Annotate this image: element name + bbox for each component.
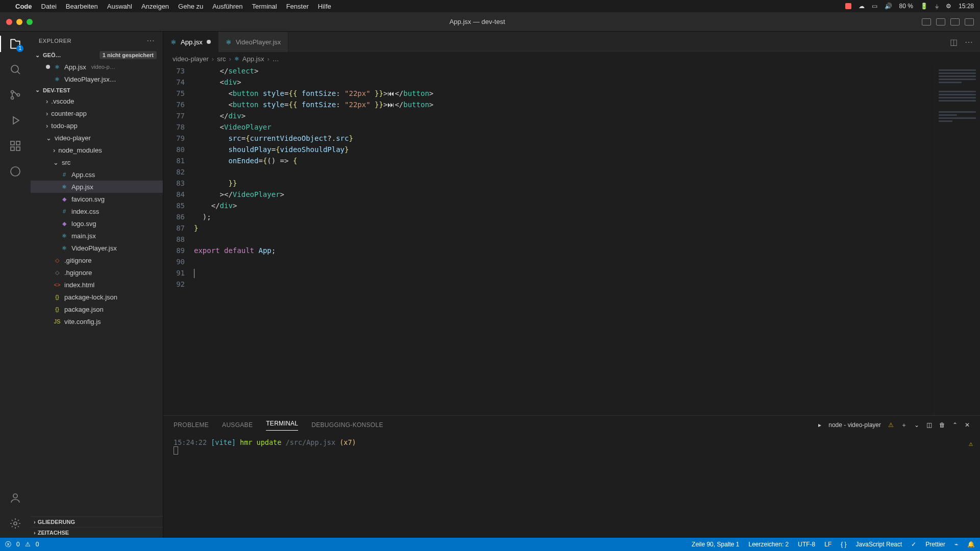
folder-vscode[interactable]: ›.vscode [31,95,163,107]
menubar-app[interactable]: Code [15,3,32,10]
folder-counter-app[interactable]: ›counter-app [31,107,163,119]
terminal[interactable]: 15:24:22 [vite] hmr update /src/App.jsx … [163,434,980,538]
activity-source-control-icon[interactable] [8,88,22,102]
window-zoom-button[interactable] [27,19,33,25]
warning-icon[interactable]: ⚠ [888,421,894,429]
terminal-process-icon[interactable]: ▸ [818,421,821,429]
workspace-header[interactable]: ⌄ DEV-TEST [31,85,163,95]
menubar-battery-icon[interactable]: 🔋 [920,3,928,10]
status-bell-icon[interactable]: 🔔 [967,541,975,548]
status-eol[interactable]: LF [824,541,831,548]
open-editor-item[interactable]: ⚛ App.jsx video-p… [31,61,163,73]
open-editor-item[interactable]: ⚛ VideoPlayer.jsx… [31,73,163,85]
menubar-cloud-icon[interactable]: ☁︎ [859,3,865,10]
file-item[interactable]: JSvite.config.js [31,315,163,328]
warning-icon[interactable]: ⚠ [969,439,973,447]
folder-video-player[interactable]: ⌄video-player [31,132,163,144]
code-content[interactable]: </select> <div> <button style={{ fontSiz… [194,65,934,415]
panel-maximize-icon[interactable]: ⌃ [952,421,958,429]
file-item[interactable]: ◆favicon.svg [31,193,163,205]
split-editor-icon[interactable]: ◫ [950,37,958,47]
kill-terminal-icon[interactable]: 🗑 [939,421,945,429]
file-item[interactable]: {}package.json [31,303,163,315]
file-item[interactable]: ⚛main.jsx [31,230,163,242]
file-item[interactable]: ⚛App.jsx [31,181,163,193]
file-item[interactable]: <>index.html [31,279,163,291]
code-editor[interactable]: 7374757677787980818283848586878889909192… [163,65,934,415]
activity-explorer-icon[interactable]: 1 [8,37,22,51]
status-prettier[interactable]: Prettier [925,541,945,548]
activity-run-debug-icon[interactable] [8,113,22,128]
menu-terminal[interactable]: Terminal [252,3,277,10]
outline-section[interactable]: ›GLIEDERUNG [31,516,163,527]
terminal-label[interactable]: node - video-player [828,421,881,429]
tab-videoplayer-jsx[interactable]: ⚛ VideoPlayer.jsx [218,32,289,52]
breadcrumb-item[interactable]: App.jsx [242,55,264,63]
status-cursor-pos[interactable]: Zeile 90, Spalte 1 [692,541,739,548]
timeline-section[interactable]: ›ZEITACHSE [31,527,163,538]
panel-tab-problems[interactable]: PROBLEME [174,421,209,429]
file-item[interactable]: #index.css [31,205,163,217]
status-errors-icon[interactable]: ⓧ [5,540,11,549]
status-warnings-icon[interactable]: ⚠ [25,541,31,548]
menu-selection[interactable]: Auswahl [107,3,132,10]
activity-account-icon[interactable] [8,491,22,505]
breadcrumbs[interactable]: video-player› src› ⚛ App.jsx› … [163,52,980,65]
status-errors[interactable]: 0 [16,541,20,548]
status-encoding[interactable]: UTF-8 [798,541,815,548]
menubar-volume-icon[interactable]: 🔊 [885,3,892,10]
minimap[interactable] [934,65,980,415]
file-item[interactable]: ◆logo.svg [31,217,163,230]
panel-tab-terminal[interactable]: TERMINAL [266,420,298,431]
panel-tab-debug-console[interactable]: DEBUGGING-KONSOLE [311,421,383,429]
folder-node-modules[interactable]: ›node_modules [31,144,163,156]
menubar-control-center-icon[interactable]: ⚙︎ [946,3,951,10]
menu-go[interactable]: Gehe zu [178,3,203,10]
tab-app-jsx[interactable]: ⚛ App.jsx [163,32,218,52]
window-minimize-button[interactable] [16,19,22,25]
file-item[interactable]: ◇.gitignore [31,254,163,266]
menu-window[interactable]: Fenster [286,3,309,10]
status-warnings[interactable]: 0 [36,541,39,548]
activity-extra-icon[interactable] [8,164,22,179]
new-terminal-icon[interactable]: ＋ [901,421,907,430]
breadcrumb-item[interactable]: video-player [173,55,209,63]
file-item[interactable]: ⚛VideoPlayer.jsx [31,242,163,254]
activity-search-icon[interactable] [8,62,22,77]
sidebar-more-icon[interactable]: ⋯ [146,36,155,45]
folder-src[interactable]: ⌄src [31,156,163,168]
status-indent[interactable]: Leerzeichen: 2 [749,541,789,548]
open-editors-header[interactable]: ⌄ GEÖ… 1 nicht gespeichert [31,49,163,61]
file-name: package-lock.json [64,293,117,301]
menubar-wifi-icon[interactable]: ⏚ [935,3,939,10]
layout-bottom-icon[interactable] [936,18,945,26]
window-close-button[interactable] [6,19,12,25]
panel-tab-output[interactable]: AUSGABE [222,421,253,429]
status-language[interactable]: JavaScript React [856,541,902,548]
menu-edit[interactable]: Bearbeiten [66,3,98,10]
layout-right-icon[interactable] [950,18,960,26]
menu-run[interactable]: Ausführen [212,3,242,10]
menu-help[interactable]: Hilfe [318,3,331,10]
folder-todo-app[interactable]: ›todo-app [31,119,163,132]
menubar-display-icon[interactable]: ▭ [872,3,877,10]
file-item[interactable]: #App.css [31,168,163,181]
menu-view[interactable]: Anzeigen [141,3,169,10]
breadcrumb-item[interactable]: … [273,55,279,63]
file-item[interactable]: ◇.hgignore [31,266,163,279]
breadcrumb-item[interactable]: src [217,55,226,63]
terminal-dropdown-icon[interactable]: ⌄ [914,421,919,429]
layout-full-icon[interactable] [965,18,974,26]
menu-file[interactable]: Datei [41,3,57,10]
status-feedback-icon[interactable]: ⌁ [954,541,958,548]
split-terminal-icon[interactable]: ◫ [926,421,932,429]
file-item[interactable]: {}package-lock.json [31,291,163,303]
layout-left-icon[interactable] [922,18,931,26]
panel-close-icon[interactable]: ✕ [965,421,970,429]
file-icon: ⚛ [60,233,68,239]
menubar-clock[interactable]: 15:28 [959,3,974,10]
activity-settings-icon[interactable] [8,516,22,531]
sidebar: EXPLORER ⋯ ⌄ GEÖ… 1 nicht gespeichert ⚛ … [31,32,163,538]
activity-extensions-icon[interactable] [8,139,22,153]
tab-more-icon[interactable]: ⋯ [965,37,973,47]
